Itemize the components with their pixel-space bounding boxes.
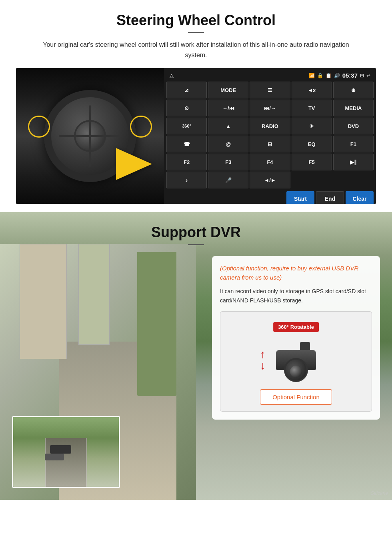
direction-arrow [116,148,156,180]
btn-tv[interactable]: TV [292,100,332,116]
btn-empty-2 [333,172,374,188]
camera-display-box: 360° Rotatable ↑↓ Optional Function [220,311,372,412]
sim-icon: 📋 [326,73,332,78]
btn-empty-1 [292,172,332,188]
dvr-description: It can record video only to storage in G… [220,287,372,305]
ui-panel: △ 📶 🔒 📋 🔊 05:37 ⊟ ↩ ⊿ MODE ☰ ◄x ⊕ [164,68,376,204]
volume-icon: 🔊 [334,73,340,78]
back-icon: ↩ [366,73,370,78]
dvr-divider [188,244,204,245]
badge-360: 360° Rotatable [273,322,319,332]
btn-internet[interactable]: @ [208,136,248,152]
steering-wheel-image [16,68,164,204]
bottom-action-bar: Start End Clear [166,190,374,204]
btn-f2[interactable]: F2 [166,154,207,170]
btn-menu[interactable]: ☰ [250,82,290,98]
clear-button[interactable]: Clear [346,191,374,204]
steering-section: Steering Wheel Control Your original car… [0,0,392,212]
wifi-icon: 📶 [309,73,315,78]
status-bar: △ 📶 🔒 📋 🔊 05:37 ⊟ ↩ [166,70,374,80]
status-icons: 📶 🔒 📋 🔊 05:37 ⊟ ↩ [309,72,370,79]
btn-radio[interactable]: RADIO [250,118,290,134]
btn-music[interactable]: ♪ [166,172,207,188]
btn-eq[interactable]: EQ [292,136,332,152]
optional-function-button[interactable]: Optional Function [260,389,332,405]
btn-brightness[interactable]: ☀ [292,118,332,134]
dvr-info-box: (Optional function, require to buy exter… [212,256,380,420]
lock-icon: 🔒 [317,73,323,78]
btn-mode[interactable]: MODE [208,82,248,98]
btn-media[interactable]: MEDIA [333,100,374,116]
end-button[interactable]: End [316,191,344,204]
btn-f1[interactable]: F1 [333,136,374,152]
btn-vol-control[interactable]: ◄/► [250,172,290,188]
btn-apps[interactable]: ⊕ [333,82,374,98]
btn-mic[interactable]: 🎤 [208,172,248,188]
steering-description: Your original car's steering wheel contr… [32,40,360,60]
btn-eject[interactable]: ▲ [208,118,248,134]
btn-prev[interactable]: ←/⏮ [208,100,248,116]
window-icon: ⊟ [360,73,364,78]
home-icon: △ [170,72,174,78]
dvr-section: Support DVR (Optional function, require … [0,212,392,500]
title-divider [188,32,204,33]
seicane-watermark: Seicane [371,490,388,496]
btn-screen[interactable]: ⊟ [250,136,290,152]
clock-display: 05:37 [342,72,358,79]
camera-visual: 360° Rotatable ↑↓ [256,318,336,382]
btn-next[interactable]: ⏭/→ [250,100,290,116]
btn-f5[interactable]: F5 [292,154,332,170]
dvr-optional-note: (Optional function, require to buy exter… [220,264,372,282]
btn-360[interactable]: 360° [166,118,207,134]
cam-lens [284,358,308,382]
steering-title: Steering Wheel Control [16,12,376,29]
btn-f4[interactable]: F4 [250,154,290,170]
dvr-small-photo [12,416,120,488]
btn-play-pause[interactable]: ▶‖ [333,154,374,170]
dvr-title: Support DVR [16,224,376,241]
btn-f3[interactable]: F3 [208,154,248,170]
btn-phone[interactable]: ☎ [166,136,207,152]
btn-settings[interactable]: ⊙ [166,100,207,116]
control-grid[interactable]: ⊿ MODE ☰ ◄x ⊕ ⊙ ←/⏮ ⏭/→ TV MEDIA 360° ▲ … [166,82,374,188]
steering-demo-container: △ 📶 🔒 📋 🔊 05:37 ⊟ ↩ ⊿ MODE ☰ ◄x ⊕ [16,68,376,204]
dvr-title-area: Support DVR [0,212,392,260]
btn-dvd[interactable]: DVD [333,118,374,134]
start-button[interactable]: Start [286,191,314,204]
btn-navigate[interactable]: ⊿ [166,82,207,98]
btn-mute[interactable]: ◄x [292,82,332,98]
sw-circle-left [28,116,50,138]
